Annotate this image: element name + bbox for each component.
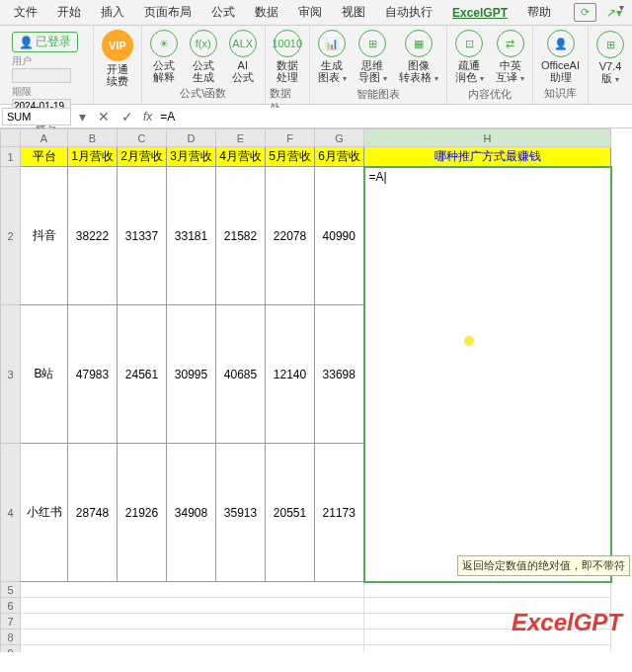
- menu-formula[interactable]: 公式: [201, 0, 245, 25]
- cell[interactable]: 4月营收: [216, 147, 266, 167]
- date-label: 期限: [12, 86, 32, 97]
- group-smart: 智能图表: [356, 86, 400, 103]
- vip-button[interactable]: VIP 开通 续费: [98, 28, 137, 89]
- login-status[interactable]: 👤已登录: [12, 32, 78, 52]
- ribbon-button[interactable]: ☀公式 解释: [146, 28, 182, 85]
- cell[interactable]: 35913: [216, 444, 266, 582]
- cell[interactable]: 6月营收: [315, 147, 364, 167]
- menu-data[interactable]: 数据: [245, 0, 288, 25]
- cell[interactable]: 30995: [167, 305, 216, 444]
- col-F[interactable]: F: [266, 129, 315, 147]
- row-2[interactable]: 2: [1, 167, 21, 305]
- cell[interactable]: B站: [21, 305, 68, 444]
- ribbon-button[interactable]: ALXAI 公式: [225, 28, 261, 85]
- formula-bar: ▾ ✕ ✓ fx ▾: [0, 105, 632, 128]
- cell[interactable]: 12140: [266, 305, 315, 444]
- menu-layout[interactable]: 页面布局: [134, 0, 201, 25]
- row-4[interactable]: 4: [1, 444, 21, 582]
- ribbon-icon: ⊞: [358, 30, 386, 57]
- ribbon-icon: 10010: [274, 30, 301, 57]
- col-D[interactable]: D: [167, 129, 216, 147]
- cell[interactable]: 33181: [167, 167, 216, 305]
- ribbon-button[interactable]: ⇄中英 互译 ▾: [492, 28, 528, 86]
- ribbon: 👤已登录 用户 期限 账号 VIP 开通 续费 ☀公式 解释f(x)公式 生成A…: [0, 26, 632, 105]
- group-formula: 公式\函数: [180, 85, 226, 102]
- cell[interactable]: [21, 614, 364, 630]
- cell[interactable]: 20551: [266, 444, 315, 582]
- cell[interactable]: 哪种推广方式最赚钱: [364, 147, 611, 167]
- menu-view[interactable]: 视图: [332, 0, 375, 25]
- name-box[interactable]: [2, 108, 71, 126]
- group-content: 内容优化: [468, 86, 512, 103]
- menu-insert[interactable]: 插入: [91, 0, 134, 25]
- row-9[interactable]: 9: [1, 645, 21, 653]
- col-E[interactable]: E: [216, 129, 266, 147]
- fx-icon[interactable]: fx: [139, 110, 156, 124]
- formula-expand[interactable]: ▾: [619, 2, 624, 13]
- cell[interactable]: 小红书: [21, 444, 68, 582]
- namebox-dropdown[interactable]: ▾: [73, 109, 92, 125]
- cell[interactable]: 22078: [266, 167, 315, 305]
- cell[interactable]: [21, 598, 364, 614]
- confirm-button[interactable]: ✓: [116, 109, 139, 125]
- ribbon-button[interactable]: ⊞V7.4 版 ▾: [592, 29, 628, 87]
- cell[interactable]: [364, 645, 611, 653]
- cell[interactable]: 3月营收: [167, 147, 216, 167]
- cell[interactable]: 平台: [21, 147, 68, 167]
- col-G[interactable]: G: [315, 129, 364, 147]
- cell[interactable]: [21, 582, 364, 598]
- refresh-button[interactable]: ⟳: [574, 3, 596, 22]
- spreadsheet[interactable]: A B C D E F G H 1 平台 1月营收 2月营收 3月营收 4月营收…: [0, 128, 632, 652]
- cell[interactable]: 40685: [216, 305, 266, 444]
- menu-bar: 文件 开始 插入 页面布局 公式 数据 审阅 视图 自动执行 ExcelGPT …: [0, 0, 632, 26]
- active-cell[interactable]: =A|: [364, 167, 611, 582]
- cell[interactable]: 33698: [315, 305, 364, 444]
- menu-file[interactable]: 文件: [4, 0, 47, 25]
- ribbon-button[interactable]: ▦图像 转表格 ▾: [395, 28, 442, 86]
- row-5[interactable]: 5: [1, 582, 21, 598]
- cell[interactable]: 31337: [118, 167, 167, 305]
- cell[interactable]: 1月营收: [68, 147, 118, 167]
- cell[interactable]: [364, 582, 611, 598]
- col-B[interactable]: B: [68, 129, 118, 147]
- menu-home[interactable]: 开始: [47, 0, 91, 25]
- cell[interactable]: 21173: [315, 444, 364, 582]
- row-7[interactable]: 7: [1, 614, 21, 630]
- menu-auto[interactable]: 自动执行: [375, 0, 442, 25]
- col-A[interactable]: A: [21, 129, 68, 147]
- cell[interactable]: 2月营收: [118, 147, 167, 167]
- row-1[interactable]: 1: [1, 147, 21, 167]
- row-3[interactable]: 3: [1, 305, 21, 444]
- cell[interactable]: 47983: [68, 305, 118, 444]
- cell[interactable]: 24561: [118, 305, 167, 444]
- col-C[interactable]: C: [118, 129, 167, 147]
- menu-help[interactable]: 帮助: [517, 0, 561, 25]
- cell[interactable]: 38222: [68, 167, 118, 305]
- ribbon-button[interactable]: f(x)公式 生成: [186, 28, 221, 85]
- ribbon-button[interactable]: 👤OfficeAI 助理: [537, 28, 584, 85]
- ribbon-button[interactable]: 📊生成 图表 ▾: [314, 28, 351, 86]
- col-H[interactable]: H: [364, 129, 611, 147]
- ribbon-button[interactable]: ⊡疏通 润色 ▾: [451, 28, 488, 86]
- menu-excelgpt[interactable]: ExcelGPT: [442, 2, 517, 24]
- cell[interactable]: 28748: [68, 444, 118, 582]
- cell[interactable]: 21926: [118, 444, 167, 582]
- cell[interactable]: 21582: [216, 167, 266, 305]
- cell[interactable]: [21, 645, 364, 653]
- cell[interactable]: 40990: [315, 167, 364, 305]
- ribbon-icon: ⊡: [455, 30, 483, 57]
- row-6[interactable]: 6: [1, 598, 21, 614]
- cell[interactable]: 5月营收: [266, 147, 315, 167]
- group-know: 知识库: [544, 85, 577, 102]
- formula-input[interactable]: [156, 108, 632, 126]
- cell[interactable]: [21, 630, 364, 645]
- menu-review[interactable]: 审阅: [288, 0, 332, 25]
- ribbon-button[interactable]: ⊞思维 导图 ▾: [355, 28, 391, 86]
- corner-cell[interactable]: [1, 129, 21, 147]
- cell[interactable]: 抖音: [21, 167, 68, 305]
- cancel-button[interactable]: ✕: [92, 109, 116, 125]
- user-input[interactable]: [12, 68, 71, 83]
- ribbon-button[interactable]: 10010数据 处理: [270, 28, 305, 85]
- row-8[interactable]: 8: [1, 630, 21, 645]
- cell[interactable]: 34908: [167, 444, 216, 582]
